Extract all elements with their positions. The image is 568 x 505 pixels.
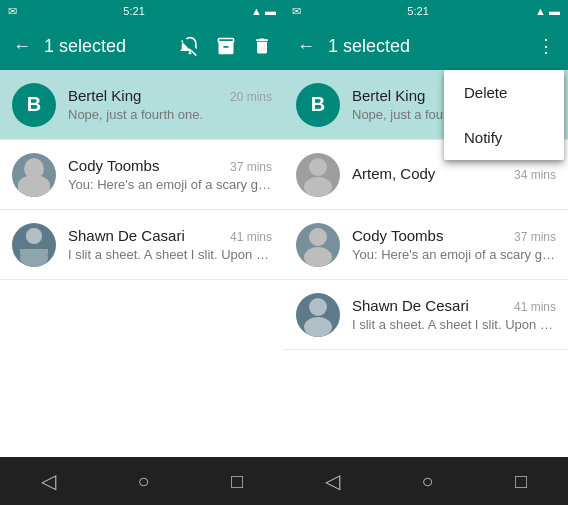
svg-point-0 [25, 158, 43, 176]
right-conv-name-shawn: Shawn De Cesari [352, 297, 469, 314]
right-conv-preview-shawn: I slit a sheet. A sheet I slit. Upon a s… [352, 317, 556, 332]
wifi-icon: ▲ [251, 5, 262, 17]
right-conv-header-artem: Artem, Cody 34 mins [352, 165, 556, 182]
right-battery-icon: ▬ [549, 5, 560, 17]
right-conv-name-bertel: Bertel King [352, 87, 425, 104]
right-conv-content-artem: Artem, Cody 34 mins [352, 165, 556, 185]
right-avatar-artem [296, 153, 340, 197]
right-conv-time-shawn: 41 mins [514, 300, 556, 314]
svg-point-6 [309, 158, 327, 176]
right-phone-panel: ✉ 5:21 ▲ ▬ ← 1 selected ⋮ B Bertel King [284, 0, 568, 505]
left-avatar-bertel: B [12, 83, 56, 127]
left-toolbar-title: 1 selected [44, 36, 168, 57]
left-conv-name-shawn: Shawn De Casari [68, 227, 185, 244]
right-conv-header-cody: Cody Toombs 37 mins [352, 227, 556, 244]
right-conv-name-cody: Cody Toombs [352, 227, 443, 244]
right-toolbar-title: 1 selected [328, 36, 524, 57]
left-conv-time-shawn: 41 mins [230, 230, 272, 244]
shawn-avatar-svg [12, 223, 56, 267]
shawn-avatar-right-svg [296, 293, 340, 337]
signal-icon: ✉ [8, 5, 17, 18]
delete-icon [252, 36, 272, 56]
left-mute-button[interactable] [176, 32, 204, 60]
right-nav-recents[interactable]: □ [495, 462, 547, 501]
right-nav-home[interactable]: ○ [401, 462, 453, 501]
right-conv-preview-cody: You: Here's an emoji of a scary ghost 👻 [352, 247, 556, 262]
cody-avatar-right-svg [296, 223, 340, 267]
left-toolbar: ← 1 selected [0, 22, 284, 70]
left-status-right-icons: ▲ ▬ [251, 5, 276, 17]
back-arrow-icon: ← [13, 36, 31, 57]
right-avatar-cody [296, 223, 340, 267]
right-conv-header-shawn: Shawn De Cesari 41 mins [352, 297, 556, 314]
right-toolbar: ← 1 selected ⋮ [284, 22, 568, 70]
left-archive-button[interactable] [212, 32, 240, 60]
right-conv-time-cody: 37 mins [514, 230, 556, 244]
right-avatar-bertel: B [296, 83, 340, 127]
left-conv-content-cody: Cody Toombs 37 mins You: Here's an emoji… [68, 157, 272, 192]
left-conv-bertel[interactable]: B Bertel King 20 mins Nope, just a fourt… [0, 70, 284, 140]
right-back-button[interactable]: ← [292, 32, 320, 60]
right-status-right-icons: ▲ ▬ [535, 5, 560, 17]
left-conv-name-cody: Cody Toombs [68, 157, 159, 174]
right-status-bar: ✉ 5:21 ▲ ▬ [284, 0, 568, 22]
left-nav-back[interactable]: ◁ [21, 461, 76, 501]
left-delete-button[interactable] [248, 32, 276, 60]
context-menu-delete[interactable]: Delete [444, 70, 564, 115]
right-conv-name-artem: Artem, Cody [352, 165, 435, 182]
right-back-arrow-icon: ← [297, 36, 315, 57]
overflow-icon: ⋮ [537, 35, 555, 57]
right-signal-icon: ✉ [292, 5, 301, 18]
left-time: 5:21 [123, 5, 144, 17]
svg-point-11 [304, 317, 332, 337]
right-conv-time-artem: 34 mins [514, 168, 556, 182]
left-conv-header-shawn: Shawn De Casari 41 mins [68, 227, 272, 244]
left-back-button[interactable]: ← [8, 32, 36, 60]
battery-icon: ▬ [265, 5, 276, 17]
left-conv-content-bertel: Bertel King 20 mins Nope, just a fourth … [68, 87, 272, 122]
right-time: 5:21 [407, 5, 428, 17]
right-conv-cody[interactable]: Cody Toombs 37 mins You: Here's an emoji… [284, 210, 568, 280]
svg-point-9 [304, 247, 332, 267]
svg-rect-4 [20, 249, 48, 255]
left-conv-time-bertel: 20 mins [230, 90, 272, 104]
right-conv-content-cody: Cody Toombs 37 mins You: Here's an emoji… [352, 227, 556, 262]
left-conv-name-bertel: Bertel King [68, 87, 141, 104]
svg-point-8 [309, 228, 327, 246]
right-avatar-shawn [296, 293, 340, 337]
artem-avatar-svg [296, 153, 340, 197]
svg-point-10 [309, 298, 327, 316]
svg-point-1 [20, 177, 48, 197]
left-conv-header-bertel: Bertel King 20 mins [68, 87, 272, 104]
right-wifi-icon: ▲ [535, 5, 546, 17]
left-conv-preview-bertel: Nope, just a fourth one. [68, 107, 272, 122]
left-nav-recents[interactable]: □ [211, 462, 263, 501]
right-nav-back[interactable]: ◁ [305, 461, 360, 501]
left-conv-time-cody: 37 mins [230, 160, 272, 174]
mute-icon [180, 36, 200, 56]
left-avatar-cody [12, 153, 56, 197]
left-nav-home[interactable]: ○ [117, 462, 169, 501]
left-conversation-list: B Bertel King 20 mins Nope, just a fourt… [0, 70, 284, 457]
right-status-left-icons: ✉ [292, 5, 301, 18]
cody-avatar-svg [12, 153, 56, 197]
context-menu-notify[interactable]: Notify [444, 115, 564, 160]
svg-point-5 [26, 228, 42, 244]
left-conv-preview-shawn: I slit a sheet. A sheet I slit. Upon a s… [68, 247, 272, 262]
right-conv-content-shawn: Shawn De Cesari 41 mins I slit a sheet. … [352, 297, 556, 332]
left-status-left-icons: ✉ [8, 5, 17, 18]
left-conv-header-cody: Cody Toombs 37 mins [68, 157, 272, 174]
left-conv-content-shawn: Shawn De Casari 41 mins I slit a sheet. … [68, 227, 272, 262]
left-bottom-nav: ◁ ○ □ [0, 457, 284, 505]
svg-point-7 [304, 177, 332, 197]
left-phone-panel: ✉ 5:21 ▲ ▬ ← 1 selected [0, 0, 284, 505]
left-conv-cody[interactable]: Cody Toombs 37 mins You: Here's an emoji… [0, 140, 284, 210]
right-conv-shawn[interactable]: Shawn De Cesari 41 mins I slit a sheet. … [284, 280, 568, 350]
left-avatar-shawn [12, 223, 56, 267]
right-overflow-button[interactable]: ⋮ [532, 32, 560, 60]
left-status-bar: ✉ 5:21 ▲ ▬ [0, 0, 284, 22]
archive-icon [216, 36, 236, 56]
context-menu: Delete Notify [444, 70, 564, 160]
left-conv-shawn[interactable]: Shawn De Casari 41 mins I slit a sheet. … [0, 210, 284, 280]
left-conv-preview-cody: You: Here's an emoji of a scary ghost 👻 [68, 177, 272, 192]
